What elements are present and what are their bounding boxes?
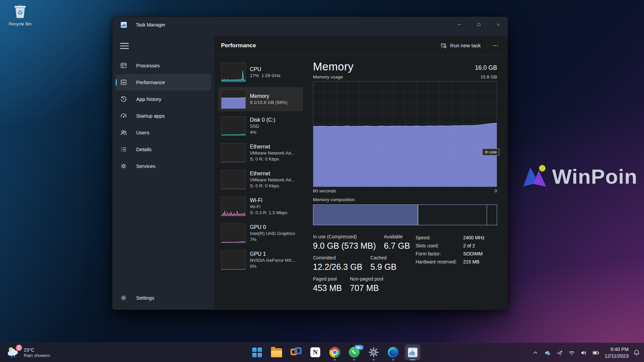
hw-spec-row: Form factor:SODIMM [416, 251, 485, 256]
perf-item-wi-fi[interactable]: Wi-FiWi-FiS: 0.3 R: 1.5 Mbps [218, 194, 303, 219]
memory-stats-left: In use (Compressed)9.0 GB (573 MB)Availa… [313, 234, 410, 297]
wifi-icon[interactable] [568, 349, 576, 357]
sidebar-item-processes[interactable]: Processes [116, 57, 211, 74]
hw-spec-row: Slots used:2 of 2 [416, 243, 485, 248]
header-divider [487, 41, 487, 50]
sidebar-item-app-history[interactable]: App history [116, 91, 211, 107]
perf-item-cpu[interactable]: CPU17% 1.59 GHz [218, 60, 303, 84]
memory-composition-bar[interactable] [313, 204, 497, 225]
content-panel: Performance Run new task CPU17% 1.59 GHz [214, 36, 508, 310]
battery-icon[interactable] [592, 349, 600, 357]
composition-in-use-segment [313, 205, 418, 225]
task-manager-taskbar-icon [408, 347, 418, 358]
clock-date: 12/11/2023 [605, 353, 629, 359]
whatsapp-badge: 99+ [354, 345, 364, 350]
taskbar-app-notion[interactable]: N [308, 344, 323, 361]
memory-scale-max: 15.8 GB [480, 74, 497, 79]
sidebar-item-startup-apps[interactable]: Startup apps [116, 108, 211, 124]
start-icon [252, 348, 262, 357]
perf-item-sub: VMware Network Ad... [250, 150, 295, 156]
perf-item-gpu-1[interactable]: GPU 1NVIDIA GeForce MX...0% [218, 248, 303, 272]
memory-stat: In use (Compressed)9.0 GB (573 MB) [313, 234, 376, 251]
system-tray: 9:40 PM 12/11/2023 [530, 343, 642, 362]
notifications-bell-icon[interactable] [632, 348, 641, 357]
sidebar-item-performance[interactable]: Performance [116, 74, 211, 90]
settings-gear-icon [120, 294, 127, 301]
quick-share-icon[interactable] [556, 349, 564, 357]
clock-time: 9:40 PM [605, 346, 629, 353]
details-icon [120, 146, 127, 153]
perf-item-title: Ethernet [250, 143, 295, 150]
taskbar-app-settings[interactable] [366, 344, 381, 361]
perf-item-sub: VMware Network Ad... [250, 177, 295, 183]
clock[interactable]: 9:40 PM 12/11/2023 [605, 346, 629, 360]
chevron-up-icon[interactable] [532, 349, 540, 357]
ethernet-2-mini-chart [221, 170, 246, 189]
active-indicator [410, 359, 416, 360]
perf-item-title: Wi-Fi [250, 197, 287, 204]
users-icon [120, 129, 127, 136]
weather-rain-icon: 1 [6, 345, 21, 360]
perf-item-title: Memory [250, 93, 287, 100]
taskbar-app-chrome[interactable] [327, 344, 342, 361]
perf-item-title: GPU 0 [250, 224, 295, 231]
content-header: Performance Run new task [214, 36, 508, 55]
memory-usage-graph-svg [313, 81, 497, 187]
winpoin-logo-icon [520, 163, 550, 190]
memory-capacity: 16.0 GB [475, 64, 497, 71]
gpu-0-mini-chart [221, 224, 246, 243]
maximize-button[interactable] [469, 17, 488, 32]
titlebar[interactable]: Task Manager [112, 17, 508, 33]
perf-item-sub: 9.1/15.8 GB (58%) [250, 100, 287, 106]
perf-item-sub: 17% 1.59 GHz [250, 73, 281, 79]
weather-widget[interactable]: 1 23°C Rain showers [3, 343, 54, 362]
running-indicator [373, 359, 375, 360]
taskbar-app-vmware[interactable] [288, 344, 304, 361]
gpu-1-mini-chart [221, 250, 246, 270]
menu-toggle-button[interactable] [118, 40, 131, 52]
sidebar-item-details[interactable]: Details [116, 141, 211, 158]
perf-item-ethernet-1[interactable]: EthernetVMware Network Ad...S: 0 R: 0 Kb… [218, 141, 303, 165]
disk-0-mini-chart [221, 116, 246, 136]
wi-fi-mini-chart [221, 197, 246, 216]
weather-notification-badge: 1 [16, 345, 22, 351]
perf-item-memory[interactable]: Memory9.1/15.8 GB (58%) [218, 87, 303, 111]
running-indicator [353, 359, 355, 360]
taskbar-app-task-manager[interactable] [405, 344, 420, 361]
startup-apps-icon [120, 112, 127, 119]
perf-item-sub: SSD [250, 123, 275, 129]
perf-item-gpu-0[interactable]: GPU 0Intel(R) UHD Graphics7% [218, 221, 303, 245]
onedrive-icon[interactable] [544, 349, 552, 357]
close-button[interactable] [488, 17, 508, 32]
memory-stat: Committed12.2/26.3 GB [313, 255, 362, 272]
in-use-tooltip: In use [482, 148, 499, 156]
new-task-icon [440, 42, 447, 49]
taskbar-app-whatsapp[interactable]: 99+ [346, 344, 362, 361]
perf-item-ethernet-2[interactable]: EthernetVMware Network Ad...S: 0 R: 0 Kb… [218, 168, 303, 192]
services-icon [120, 163, 127, 170]
task-manager-app-icon [120, 21, 127, 28]
running-indicator [334, 359, 336, 360]
more-options-button[interactable] [490, 41, 501, 51]
cpu-mini-chart [221, 63, 246, 82]
sidebar-item-services[interactable]: Services [116, 158, 211, 174]
watermark: WinPoin [520, 163, 637, 190]
perf-item-disk-0[interactable]: Disk 0 (C:)SSD4% [218, 114, 303, 138]
perf-item-sub: NVIDIA GeForce MX... [250, 257, 296, 263]
desktop: ♻ Recycle Bin WinPoin Task Manager [0, 0, 644, 362]
recycle-bin[interactable]: ♻ Recycle Bin [5, 3, 35, 26]
hw-spec-row: Speed:2400 MHz [416, 235, 485, 240]
sidebar-item-settings[interactable]: Settings [116, 290, 211, 306]
memory-panel: Memory 16.0 GB Memory usage 15.8 GB In u… [309, 60, 497, 310]
memory-stat: Cached5.9 GB [370, 255, 396, 272]
run-new-task-button[interactable]: Run new task [437, 40, 484, 51]
minimize-button[interactable] [449, 17, 469, 32]
taskbar-app-start[interactable] [249, 344, 265, 361]
taskbar-app-file-explorer[interactable] [269, 344, 284, 361]
perf-item-title: CPU [250, 66, 281, 73]
taskbar-app-edge[interactable] [385, 344, 401, 361]
sidebar-item-users[interactable]: Users [116, 124, 211, 141]
memory-usage-graph[interactable]: In use [313, 81, 497, 187]
volume-icon[interactable] [580, 349, 588, 357]
perf-item-title: GPU 1 [250, 251, 296, 257]
